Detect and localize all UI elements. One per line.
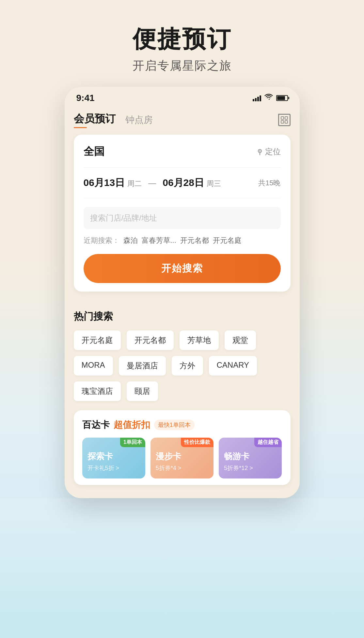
- card-section: 百达卡 超值折扣 最快1单回本 1单回本 探索卡 开卡礼5折 > 性价比爆款 漫…: [74, 410, 291, 485]
- recent-tag-4[interactable]: 开元名庭: [213, 236, 242, 245]
- search-button[interactable]: 开始搜索: [84, 254, 281, 283]
- divider-2: [84, 198, 281, 198]
- status-icons: [253, 93, 288, 103]
- divider-1: [84, 167, 281, 168]
- svg-rect-3: [285, 121, 288, 123]
- card-badge-1: 1单回本: [120, 438, 145, 447]
- bottom-area: [0, 498, 364, 629]
- svg-rect-2: [281, 121, 284, 123]
- hot-tag-7[interactable]: 方外: [172, 356, 203, 376]
- date-to-item: 06月28日 周三: [163, 176, 221, 190]
- hot-tag-1[interactable]: 开元名庭: [74, 330, 121, 350]
- hot-tag-9[interactable]: 瑰宝酒店: [74, 381, 121, 401]
- tab-inactive[interactable]: 钟点房: [125, 114, 153, 128]
- svg-rect-0: [281, 117, 284, 119]
- hot-tag-5[interactable]: MORA: [74, 356, 113, 376]
- date-from: 06月13日: [84, 176, 125, 190]
- recent-row: 近期搜索： 森泊 富春芳草... 开元名都 开元名庭: [84, 236, 281, 245]
- battery-icon: [276, 95, 288, 101]
- card-title-highlight: 超值折扣: [114, 419, 150, 431]
- day-to: 周三: [207, 179, 221, 189]
- phone-mockup: 9:41: [65, 87, 300, 498]
- card-name-2: 漫步卡: [156, 451, 208, 462]
- page-subtitle: 开启专属星际之旅: [133, 58, 232, 74]
- date-arrow: —: [148, 178, 156, 188]
- card-item-1[interactable]: 1单回本 探索卡 开卡礼5折 >: [82, 438, 145, 478]
- hot-tag-2[interactable]: 开元名都: [127, 330, 174, 350]
- card-badge: 最快1单回本: [154, 420, 195, 430]
- hot-title: 热门搜索: [74, 310, 291, 323]
- tabs: 会员预订 钟点房: [74, 112, 291, 128]
- location-button[interactable]: 定位: [257, 146, 281, 157]
- recent-label: 近期搜索：: [84, 236, 119, 245]
- hot-tag-4[interactable]: 观堂: [225, 330, 256, 350]
- scan-icon[interactable]: [278, 114, 291, 126]
- search-input-row[interactable]: 搜索门店/品牌/地址: [84, 207, 281, 229]
- wifi-icon: [264, 93, 273, 103]
- card-items: 1单回本 探索卡 开卡礼5折 > 性价比爆款 漫步卡 5折券*4 > 越住越省 …: [82, 438, 282, 478]
- recent-tag-2[interactable]: 富春芳草...: [142, 236, 176, 245]
- hot-section: 热门搜索 开元名庭 开元名都 芳草地 观堂 MORA 曼居酒店 方外 CANAR…: [65, 301, 300, 401]
- location-btn-label: 定位: [265, 146, 281, 157]
- svg-rect-1: [285, 117, 288, 119]
- card-badge-3: 越住越省: [254, 438, 282, 447]
- card-item-3[interactable]: 越住越省 畅游卡 5折券*12 >: [219, 438, 282, 478]
- page-header: 便捷预订 开启专属星际之旅: [133, 0, 232, 74]
- card-title-main: 百达卡: [82, 419, 110, 431]
- search-card: 全国 定位 06月13日 周二: [74, 135, 291, 292]
- card-desc-1: 开卡礼5折 >: [87, 464, 140, 472]
- nights-count: 共15晚: [258, 178, 280, 188]
- hot-tag-6[interactable]: 曼居酒店: [119, 356, 166, 376]
- page-title: 便捷预订: [133, 26, 232, 52]
- location-text: 全国: [84, 144, 104, 159]
- card-item-2[interactable]: 性价比爆款 漫步卡 5折券*4 >: [150, 438, 214, 478]
- status-time: 9:41: [76, 93, 95, 103]
- hot-tag-10[interactable]: 颐居: [127, 381, 158, 401]
- signal-icon: [253, 95, 261, 101]
- svg-point-5: [259, 150, 261, 152]
- tabs-left: 会员预订 钟点房: [74, 112, 153, 128]
- card-badge-2: 性价比爆款: [181, 438, 214, 447]
- bottom-padding: [65, 485, 300, 498]
- date-row[interactable]: 06月13日 周二 — 06月28日 周三 共15晚: [84, 176, 281, 190]
- date-from-item: 06月13日 周二: [84, 176, 142, 190]
- hot-tag-8[interactable]: CANARY: [209, 356, 257, 376]
- hot-tags: 开元名庭 开元名都 芳草地 观堂 MORA 曼居酒店 方外 CANARY 瑰宝酒…: [74, 330, 291, 401]
- day-from: 周二: [127, 179, 142, 189]
- card-desc-2: 5折券*4 >: [156, 464, 208, 472]
- card-name-1: 探索卡: [87, 451, 140, 462]
- card-name-3: 畅游卡: [224, 451, 277, 462]
- tab-active[interactable]: 会员预订: [74, 112, 116, 128]
- recent-tag-3[interactable]: 开元名都: [180, 236, 209, 245]
- card-desc-3: 5折券*12 >: [224, 464, 277, 472]
- app-content: 会员预订 钟点房 全国: [65, 107, 300, 301]
- status-bar: 9:41: [65, 87, 300, 107]
- search-placeholder: 搜索门店/品牌/地址: [90, 213, 157, 222]
- hot-tag-3[interactable]: 芳草地: [180, 330, 219, 350]
- recent-tag-1[interactable]: 森泊: [123, 236, 138, 245]
- card-header: 百达卡 超值折扣 最快1单回本: [82, 419, 282, 431]
- date-to: 06月28日: [163, 176, 204, 190]
- location-row: 全国 定位: [84, 144, 281, 159]
